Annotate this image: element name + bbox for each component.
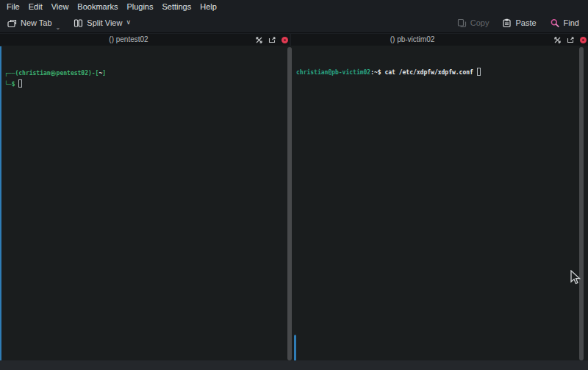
pane-header-row: () pentest02 () pb-victim02 xyxy=(0,34,588,46)
copy-label: Copy xyxy=(470,18,490,27)
pane-title-left: () pentest02 xyxy=(0,34,257,46)
window-bottom-edge xyxy=(0,360,588,370)
terminal-cursor xyxy=(18,79,22,88)
menu-bar: File Edit View Bookmarks Plugins Setting… xyxy=(0,0,588,13)
new-tab-label: New Tab xyxy=(21,18,52,27)
paste-icon xyxy=(502,18,512,28)
left-pane-scrollbar[interactable] xyxy=(287,47,292,360)
prompt-frame: └─$ xyxy=(4,81,15,88)
menu-item-bookmarks[interactable]: Bookmarks xyxy=(73,1,122,13)
prompt-frame: ] xyxy=(102,70,106,77)
maximize-view-icon[interactable] xyxy=(554,37,561,43)
split-view-button[interactable]: Split View ∨ xyxy=(71,16,134,30)
menu-item-help[interactable]: Help xyxy=(196,1,221,13)
toolbar-left-group: New Tab ⌄ Split View ∨ xyxy=(4,16,134,30)
pane-header-left-icons xyxy=(256,34,288,46)
pane-header-right[interactable]: () pb-victim02 xyxy=(291,34,588,46)
menu-item-file[interactable]: File xyxy=(2,1,24,13)
menu-item-plugins[interactable]: Plugins xyxy=(122,1,157,13)
detach-view-icon[interactable] xyxy=(268,37,276,43)
split-view-label: Split View xyxy=(87,18,122,27)
find-label: Find xyxy=(564,18,579,27)
prompt-user-host: christian㉿pentest02 xyxy=(18,70,88,77)
toolbar-right-group: Copy Paste Find xyxy=(454,16,582,30)
menu-item-view[interactable]: View xyxy=(47,1,74,13)
copy-button[interactable]: Copy xyxy=(454,16,492,30)
new-tab-button[interactable]: New Tab ⌄ xyxy=(4,16,63,30)
detach-view-icon[interactable] xyxy=(567,37,574,43)
paste-button[interactable]: Paste xyxy=(499,16,539,30)
konsole-window: File Edit View Bookmarks Plugins Setting… xyxy=(0,0,588,370)
right-scrolled-lines-highlight xyxy=(294,335,296,361)
prompt-frame: ┌──( xyxy=(4,70,18,77)
right-pane-scrollbar[interactable] xyxy=(579,47,584,360)
terminal-cursor xyxy=(477,68,481,76)
new-tab-caret-icon: ⌄ xyxy=(56,26,61,29)
chevron-down-icon: ∨ xyxy=(126,18,131,26)
terminal-left[interactable]: ┌──(christian㉿pentest02)-[~] └─$ xyxy=(0,46,287,360)
close-view-button[interactable] xyxy=(282,37,288,43)
prompt-symbol: $ xyxy=(378,69,385,76)
command-text: cat /etc/xdpfw/xdpfw.conf xyxy=(384,69,473,76)
copy-icon xyxy=(457,18,467,28)
terminal-split-area: ┌──(christian㉿pentest02)-[~] └─$ christi… xyxy=(0,46,588,360)
terminal-left-content: ┌──(christian㉿pentest02)-[~] └─$ xyxy=(0,65,287,89)
find-button[interactable]: Find xyxy=(547,16,582,30)
terminal-right[interactable]: christian@pb-victim02:~$ cat /etc/xdpfw/… xyxy=(293,46,579,360)
close-view-button[interactable] xyxy=(580,37,587,43)
toolbar: New Tab ⌄ Split View ∨ Copy xyxy=(0,13,588,33)
pane-title-right: () pb-victim02 xyxy=(291,34,534,46)
mouse-cursor xyxy=(570,270,581,285)
menu-item-settings[interactable]: Settings xyxy=(157,1,196,13)
menu-item-edit[interactable]: Edit xyxy=(24,1,47,13)
maximize-view-icon[interactable] xyxy=(256,37,262,43)
tab-new-icon xyxy=(7,18,17,28)
split-view-icon xyxy=(74,18,83,28)
pane-header-right-icons xyxy=(554,34,587,46)
search-icon xyxy=(550,18,560,28)
pane-header-left[interactable]: () pentest02 xyxy=(0,34,290,46)
prompt-frame: )-[ xyxy=(88,70,98,77)
prompt-user-host: christian@pb-victim02 xyxy=(296,69,370,76)
paste-label: Paste xyxy=(515,18,536,27)
terminal-right-content: christian@pb-victim02:~$ cat /etc/xdpfw/… xyxy=(293,65,579,77)
left-scrolled-lines-highlight xyxy=(0,46,1,360)
